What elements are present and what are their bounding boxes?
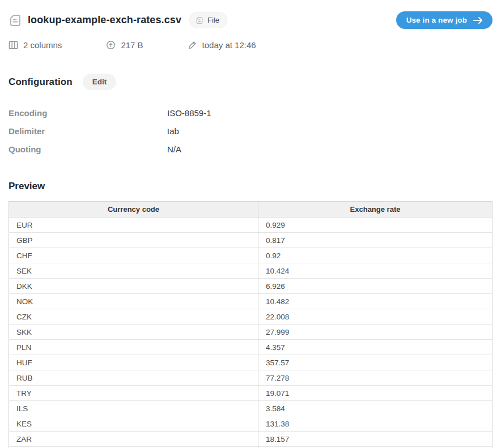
cell-exchange-rate: 0.929: [258, 217, 492, 233]
meta-size-label: 217 B: [121, 40, 143, 50]
table-row: NOK10.482: [9, 294, 492, 309]
cell-currency-code: CZK: [9, 309, 258, 325]
cell-currency-code: DKK: [9, 279, 258, 294]
cell-exchange-rate: 22.008: [258, 309, 492, 325]
preview-table-header-row: Currency code Exchange rate: [9, 202, 492, 217]
arrow-right-icon: [473, 16, 483, 24]
table-row: CHF0.92: [9, 248, 492, 263]
cell-exchange-rate: 0.92: [258, 248, 492, 263]
cell-currency-code: SKK: [9, 325, 258, 340]
preview-table: Currency code Exchange rate EUR0.929GBP0…: [9, 201, 492, 448]
cell-exchange-rate: 18.157: [258, 432, 492, 447]
cell-exchange-rate: 6.926: [258, 279, 492, 294]
cell-currency-code: ZAR: [9, 432, 258, 447]
cell-exchange-rate: 27.999: [258, 325, 492, 340]
cell-currency-code: EUR: [9, 217, 258, 233]
configuration-header: Configuration Edit: [9, 74, 492, 90]
header: lookup-example-exch-rates.csv File Use i…: [9, 11, 492, 29]
file-meta-row: 2 columns 217 B today at 12:46: [9, 40, 492, 50]
config-row-encoding: Encoding ISO-8859-1: [9, 104, 492, 122]
cell-exchange-rate: 3.584: [258, 401, 492, 416]
cell-exchange-rate: 10.482: [258, 294, 492, 309]
cell-currency-code: RUB: [9, 370, 258, 386]
cell-currency-code: CHF: [9, 248, 258, 263]
column-header-currency-code: Currency code: [9, 202, 258, 217]
cell-currency-code: NOK: [9, 294, 258, 309]
column-header-exchange-rate: Exchange rate: [258, 202, 492, 217]
use-in-new-job-label: Use in a new job: [406, 16, 467, 24]
table-row: CZK22.008: [9, 309, 492, 325]
table-row: ZAR18.157: [9, 432, 492, 447]
config-label-delimiter: Delimiter: [9, 126, 167, 136]
meta-size: 217 B: [106, 40, 143, 50]
cell-currency-code: HUF: [9, 355, 258, 370]
table-row: TRY19.071: [9, 386, 492, 401]
config-value-delimiter: tab: [167, 126, 179, 136]
table-row: KES131.38: [9, 416, 492, 432]
cell-exchange-rate: 0.817: [258, 233, 492, 248]
page-title: lookup-example-exch-rates.csv: [28, 14, 181, 26]
cell-currency-code: ILS: [9, 401, 258, 416]
configuration-list: Encoding ISO-8859-1 Delimiter tab Quotin…: [9, 104, 492, 158]
meta-columns-label: 2 columns: [23, 40, 62, 50]
cell-currency-code: KES: [9, 416, 258, 432]
cell-exchange-rate: 357.57: [258, 355, 492, 370]
pencil-icon: [188, 40, 197, 50]
config-value-encoding: ISO-8859-1: [167, 108, 211, 118]
table-row: SEK10.424: [9, 263, 492, 279]
table-row: EUR0.929: [9, 217, 492, 233]
cell-currency-code: PLN: [9, 340, 258, 355]
file-type-badge-label: File: [207, 16, 219, 24]
config-value-quoting: N/A: [167, 144, 181, 154]
meta-modified-label: today at 12:46: [202, 40, 256, 50]
meta-columns: 2 columns: [9, 40, 62, 50]
config-row-quoting: Quoting N/A: [9, 140, 492, 158]
preview-table-body: EUR0.929GBP0.817CHF0.92SEK10.424DKK6.926…: [9, 217, 492, 448]
preview-heading: Preview: [9, 181, 492, 192]
cell-currency-code: GBP: [9, 233, 258, 248]
upload-icon: [106, 40, 116, 50]
file-badge-icon: [196, 16, 203, 24]
columns-icon: [9, 40, 18, 50]
cell-currency-code: SEK: [9, 263, 258, 279]
config-label-quoting: Quoting: [9, 144, 167, 154]
table-row: PLN4.357: [9, 340, 492, 355]
cell-exchange-rate: 4.357: [258, 340, 492, 355]
configuration-heading: Configuration: [9, 76, 73, 88]
table-row: HUF357.57: [9, 355, 492, 370]
table-row: GBP0.817: [9, 233, 492, 248]
config-row-delimiter: Delimiter tab: [9, 122, 492, 140]
preview-table-wrap: Currency code Exchange rate EUR0.929GBP0…: [9, 201, 492, 448]
config-label-encoding: Encoding: [9, 108, 167, 118]
table-row: ILS3.584: [9, 401, 492, 416]
table-row: DKK6.926: [9, 279, 492, 294]
table-row: RUB77.278: [9, 370, 492, 386]
file-icon: [9, 14, 22, 27]
edit-configuration-button[interactable]: Edit: [83, 74, 117, 90]
cell-exchange-rate: 131.38: [258, 416, 492, 432]
cell-exchange-rate: 77.278: [258, 370, 492, 386]
file-type-badge: File: [189, 12, 227, 28]
meta-modified: today at 12:46: [188, 40, 256, 50]
use-in-new-job-button[interactable]: Use in a new job: [396, 11, 492, 29]
cell-currency-code: TRY: [9, 386, 258, 401]
file-detail-page: lookup-example-exch-rates.csv File Use i…: [0, 0, 501, 448]
cell-exchange-rate: 19.071: [258, 386, 492, 401]
cell-exchange-rate: 10.424: [258, 263, 492, 279]
table-row: SKK27.999: [9, 325, 492, 340]
